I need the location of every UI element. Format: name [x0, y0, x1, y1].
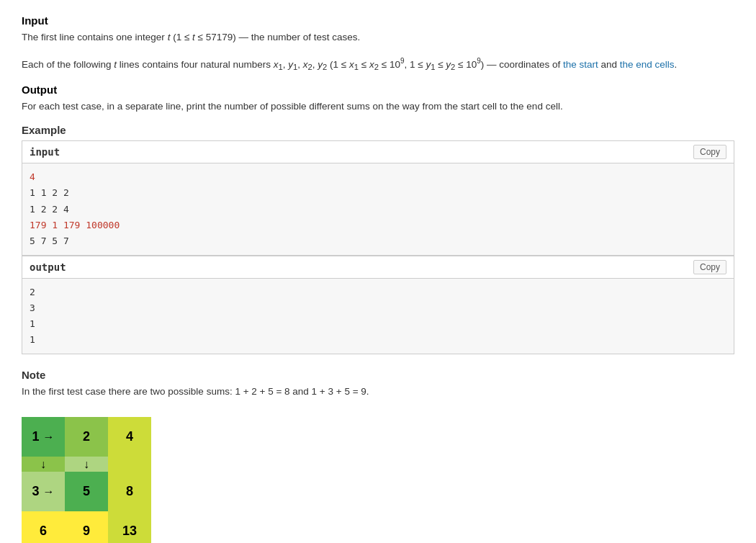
note-section: Note In the first test case there are tw…: [22, 369, 734, 543]
output-content: 2 3 1 1: [22, 279, 734, 354]
arrow-right-0-0: →: [43, 431, 55, 443]
grid-arrow-row-0: ↓ ↓: [22, 457, 151, 472]
grid-arrow-down-0-0: ↓: [22, 457, 65, 472]
cell-value-2-1: 9: [83, 524, 90, 538]
output-section: Output For each test case, in a separate…: [22, 84, 734, 115]
grid-arrow-down-0-1: ↓: [65, 457, 108, 472]
note-title: Note: [22, 369, 734, 381]
output-line-1: 2: [30, 284, 726, 300]
input-line-3: 1 2 2 4: [30, 202, 726, 217]
output-block: output Copy 2 3 1 1: [22, 256, 734, 354]
input-content: 4 1 1 2 2 1 2 2 4 179 1 179 100000 5 7 5…: [22, 163, 734, 254]
arrow-down-icon-1: ↓: [84, 458, 89, 470]
output-copy-button[interactable]: Copy: [693, 260, 726, 274]
input-body: The first line contains one integer t (1…: [22, 30, 734, 45]
arrow-down-icon-0: ↓: [40, 458, 46, 470]
cell-value-0-2: 4: [126, 429, 133, 444]
input-label: input: [30, 146, 60, 158]
cell-value-2-2: 13: [122, 524, 137, 538]
note-body: In the first test case there are two pos…: [22, 384, 734, 400]
output-line-4: 1: [30, 332, 726, 348]
cell-value-1-1: 5: [83, 484, 90, 498]
arrow-right-1-0: →: [43, 485, 55, 498]
input-header: input Copy: [22, 141, 734, 163]
output-line-2: 3: [30, 300, 726, 316]
grid-visualization: 1 → 2 4 ↓ ↓: [22, 417, 151, 543]
grid-cell-2-0: 6: [22, 511, 65, 543]
input-line-1: 4: [30, 169, 726, 185]
input-section: Input The first line contains one intege…: [22, 14, 734, 73]
input-line-2: 1 1 2 2: [30, 185, 726, 201]
grid-cell-1-1: 5: [65, 472, 108, 511]
grid-table: 1 → 2 4 ↓ ↓: [22, 417, 151, 543]
grid-row-1: 3 → 5 8: [22, 472, 151, 511]
output-line-3: 1: [30, 316, 726, 332]
grid-cell-1-0: 3 →: [22, 472, 65, 511]
input-line-5: 5 7 5 7: [30, 233, 726, 249]
input-body-2: Each of the following t lines contains f…: [22, 55, 734, 73]
input-line-4: 179 1 179 100000: [30, 217, 726, 233]
grid-cell-1-2: 8: [108, 472, 151, 511]
grid-cell-0-2: 4: [108, 417, 151, 457]
end-text: the end cells: [620, 58, 675, 69]
input-title: Input: [22, 14, 734, 27]
output-title: Output: [22, 84, 734, 96]
grid-cell-spacer-0-2: [108, 457, 151, 472]
cell-value-2-0: 6: [40, 524, 47, 538]
input-copy-button[interactable]: Copy: [693, 145, 726, 159]
example-label: Example: [22, 124, 734, 136]
grid-cell-0-1: 2: [65, 417, 108, 457]
output-body: For each test case, in a separate line, …: [22, 99, 734, 115]
grid-cell-0-0: 1 →: [22, 417, 65, 457]
grid-row-2: 6 9 13: [22, 511, 151, 543]
grid-cell-2-1: 9: [65, 511, 108, 543]
output-label: output: [30, 261, 66, 273]
cell-value-0-1: 2: [83, 429, 90, 444]
start-text: the start: [563, 58, 598, 69]
grid-row-0: 1 → 2 4: [22, 417, 151, 457]
cell-value-1-0: 3: [32, 484, 39, 498]
cell-value-1-2: 8: [126, 484, 133, 498]
grid-cell-2-2: 13: [108, 511, 151, 543]
cell-value-0-0: 1: [32, 429, 39, 444]
input-block: input Copy 4 1 1 2 2 1 2 2 4 179 1 179 1…: [22, 140, 734, 255]
var-t-2: t: [114, 58, 117, 69]
example-section: Example input Copy 4 1 1 2 2 1 2 2 4 179…: [22, 124, 734, 354]
var-t-1: t: [168, 32, 171, 42]
output-header: output Copy: [22, 256, 734, 279]
